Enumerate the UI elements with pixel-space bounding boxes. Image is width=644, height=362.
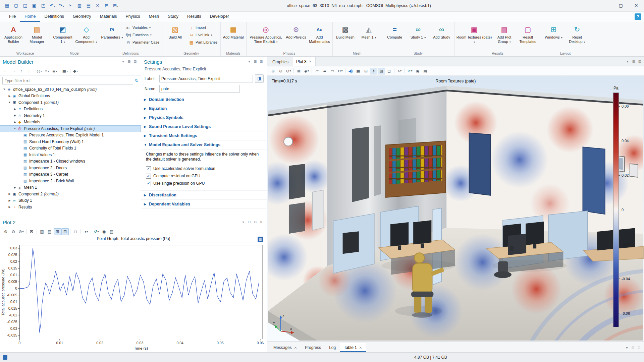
ribbon-model-manager[interactable]: ▤Model Manager [25,23,48,45]
menu-definitions[interactable]: Definitions [40,12,68,22]
tree-initial-values-1[interactable]: ▦ Initial Values 1 [0,152,141,158]
copy-icon[interactable]: ▥ [75,2,84,9]
model-tree-nodes-icon[interactable]: ≣▾ [51,68,58,74]
section-physics-symbols[interactable]: ▶Physics Symbols [141,113,267,122]
panel-menu-icon[interactable]: ▾ [120,59,126,65]
ribbon-add-plot-group[interactable]: ▤Add Plot Group ▾ [493,23,516,45]
open-file-icon[interactable]: ◱ [21,2,30,9]
section-discretization[interactable]: ▶Discretization [141,191,267,200]
tab-messages[interactable]: Messages✕ [269,343,301,352]
y-axis-grid-icon[interactable]: ▥ [38,228,46,235]
move-down-icon[interactable]: ↓ [25,68,33,74]
label-input[interactable] [159,75,253,82]
ribbon-study-1[interactable]: ∞Study 1 ▾ [407,23,430,41]
ribbon-build-mesh[interactable]: ▩Build Mesh [334,23,357,41]
close-icon[interactable]: ✕ [294,346,297,350]
show-grid-icon[interactable]: ⊞ [362,68,370,74]
ribbon-add-physics[interactable]: ⊛Add Physics [285,23,308,41]
menu-results[interactable]: Results [183,12,206,22]
tree-impedance-3-carpet[interactable]: ▥ Impedance 3 - Carpet [0,171,141,178]
back-icon[interactable]: ← [2,68,9,74]
view-xy-icon[interactable]: ▱ [313,68,321,74]
print-icon[interactable]: ▤ [422,68,429,74]
section-transient-mesh-settings[interactable]: ▶Transient Mesh Settings [141,131,267,140]
menu-file[interactable]: File [5,12,20,22]
panel-maximize-icon[interactable]: ⊡ [637,59,643,65]
panel-pin-icon[interactable]: ⊙ [252,219,258,225]
ribbon-parameter-case[interactable]: PiParameter Case [124,39,161,46]
lock-axes-icon[interactable]: ◻ [72,228,79,235]
panel-menu-icon[interactable]: ▾ [625,59,631,65]
ribbon-application-builder[interactable]: AApplication Builder [2,23,25,45]
print-icon[interactable]: ▤ [108,228,115,235]
update-icon[interactable]: ↺▾ [93,228,100,235]
zoom-box-icon[interactable]: ⊙▾ [17,228,25,235]
checkbox-use-accelerated-solver-formulation[interactable]: ✓Use accelerated solver formulation [146,165,263,172]
section-domain-selection[interactable]: ▶Domain Selection [141,95,267,104]
menu-physics[interactable]: Physics [121,12,144,22]
tree-component-1[interactable]: ▼ ▣ Component 1(comp1) [0,99,141,106]
section-model-equation-and-solver-settings[interactable]: ▼Model Equation and Solver Settings [141,140,267,149]
tree-impedance-2-doors[interactable]: ▥ Impedance 2 - Doors [0,165,141,171]
ribbon-add-component[interactable]: ◇Add Component ▾ [75,23,98,45]
ribbon-add-study[interactable]: ∞Add Study [430,23,453,41]
view-zx-icon[interactable]: ▭ [329,68,336,74]
undo-icon[interactable]: ↶▾ [48,2,57,9]
ribbon-build-all[interactable]: ▧Build All [164,23,186,41]
panel-menu-icon[interactable]: ▾ [624,345,630,351]
graphics-canvas[interactable]: Time=0.017 s Room Textures (pate) Pa 0.0… [267,76,644,341]
go-to-view-icon[interactable]: ◈▾ [303,68,310,74]
delete-icon[interactable]: ✕ [93,2,102,9]
zoom-in-icon[interactable]: ⊕ [2,228,9,235]
x-axis-grid-icon[interactable]: ▤ [46,228,53,235]
lock-view-icon[interactable]: ◻ [385,68,393,74]
help-button[interactable]: ? [635,13,641,20]
tab-table-1[interactable]: Table 1✕ [340,343,366,352]
tree-results[interactable]: ▶ ◔ Results [0,204,141,210]
ribbon-livelink[interactable]: ∾LiveLink▾ [187,32,219,38]
desktop-layout-icon[interactable]: ⊞▾ [111,2,120,9]
tree-continuity-of-total-fields-1[interactable]: ▤ Continuity of Total Fields 1 [0,145,141,152]
model-builder-window-icon[interactable]: ⊟ [102,2,111,9]
view-yz-icon[interactable]: ▰ [321,68,328,74]
panel-undock-icon[interactable]: ⊟ [252,59,258,65]
close-button[interactable]: ✕ [629,0,644,11]
tab-log[interactable]: Log [325,343,340,352]
tree-office-space-63-30t0-n4-ma-out-mph[interactable]: ▼ ◈ office_space_63_30T0_N4_ma_out.mph(r… [0,86,141,93]
panel-menu-icon[interactable]: ▾ [240,219,246,225]
ribbon-add-mathematics[interactable]: ΔuAdd Mathematics [308,23,331,45]
panel-options-icon[interactable]: ⊡ [132,59,138,65]
ribbon-compute[interactable]: =Compute [383,23,406,41]
panel-maximize-icon[interactable]: ⊡ [636,345,642,351]
save-file-icon[interactable]: ▣ [30,2,39,9]
cut-icon[interactable]: ✂ [66,2,75,9]
refresh-icon[interactable]: ↻ [135,78,139,83]
ribbon-variables[interactable]: a=Variables▾ [124,24,161,31]
ribbon-mesh-1[interactable]: ◭Mesh 1 ▾ [358,23,380,41]
tree-impedance-2-brick-wall[interactable]: ▥ Impedance 2 - Brick Wall [0,178,141,184]
room-3d-scene[interactable] [267,76,644,341]
tab-graphics[interactable]: Graphics [269,58,292,66]
close-icon[interactable]: ✕ [359,346,362,350]
filter-icon[interactable]: ◆▾ [72,68,79,74]
show-icon[interactable]: ◎▾ [36,68,43,74]
ribbon-part-libraries[interactable]: ▦Part Libraries [187,39,219,46]
ribbon-parameters[interactable]: PiParameters ▾ [101,23,123,41]
zoom-out-icon[interactable]: ⊖ [10,228,17,235]
snapshot-icon[interactable]: ◉ [414,68,421,74]
menu-developer[interactable]: Developer [206,12,233,22]
tree-materials[interactable]: ▶ ◆ Materials [0,119,141,126]
rotate-icon[interactable]: ↻▾ [336,68,344,74]
play-sound-icon[interactable]: ◀) [347,68,354,74]
color-theme-icon[interactable]: ◑▾ [396,68,403,74]
tab-progress[interactable]: Progress [301,343,325,352]
section-dependent-variables[interactable]: ▶Dependent Variables [141,200,267,209]
toolbar-options-icon[interactable]: ▦▾ [61,68,69,74]
ribbon-functions[interactable]: f(x)Functions▾ [124,32,161,38]
forward-icon[interactable]: → [10,68,17,74]
save-as-icon[interactable]: ◳ [39,2,48,9]
show-legends-icon[interactable]: ⊟ [61,228,69,235]
tree-pressure-acoustics-time-explicit-model-1[interactable]: ▣ Pressure Acoustics, Time Explicit Mode… [0,132,141,139]
tree-pressure-acoustics-time-explicit[interactable]: ▼ ◎ Pressure Acoustics, Time Explicit(pa… [0,125,141,132]
show-table-icon[interactable]: ▦ [355,68,362,74]
